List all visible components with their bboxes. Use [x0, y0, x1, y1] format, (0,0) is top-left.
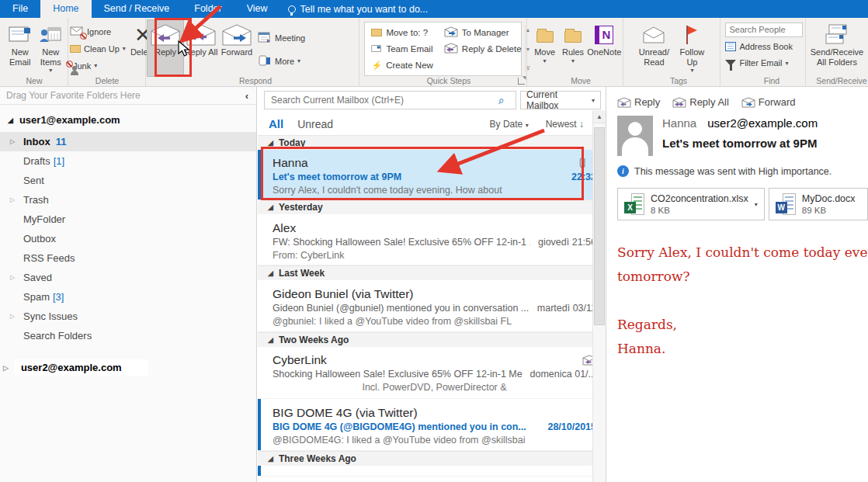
sidebar-item-spam[interactable]: Spam [3]	[0, 287, 256, 307]
sidebar-item-trash[interactable]: ▷ Trash	[0, 190, 256, 210]
quick-step-create-new[interactable]: ⚡ Create New	[371, 58, 432, 72]
tab-home[interactable]: Home	[40, 0, 91, 18]
dialog-launcher-icon[interactable]	[518, 78, 525, 85]
search-icon[interactable]: ⌕	[498, 94, 505, 107]
forward-button[interactable]: Forward	[219, 20, 255, 57]
sidebar-item-outbox[interactable]: Outbox	[0, 229, 256, 248]
email-row-cyberlink[interactable]: CyberLink Shocking Halloween Sale! Exclu…	[258, 347, 606, 399]
message-sender-address: user2@example.com	[704, 116, 821, 130]
favorites-drop-zone[interactable]: Drag Your Favorite Folders Here ‹	[0, 87, 256, 105]
account1-header[interactable]: ◢ user1@example.com	[0, 105, 256, 132]
sidebar-item-drafts[interactable]: Drafts [1]	[0, 151, 256, 171]
sidebar-item-rss-feeds[interactable]: RSS Feeds	[0, 248, 256, 268]
email-row-hanna[interactable]: Hanna ! Let's meet tomorrow at 9PM 22:32…	[258, 150, 606, 199]
quick-step-move-to[interactable]: Move to: ?	[371, 26, 432, 40]
group-header-label: Yesterday	[279, 202, 323, 213]
quick-step-reply-delete[interactable]: Reply & Delete	[444, 42, 522, 56]
follow-up-button[interactable]: Follow Up ▾	[674, 20, 710, 74]
group-header-two-weeks[interactable]: ◢ Two Weeks Ago	[258, 332, 606, 347]
sidebar-item-inbox[interactable]: ▷ Inbox 11	[0, 132, 256, 151]
email-subject: Let's meet tomorrow at 9PM	[273, 171, 564, 184]
email-sender: Gideon Buniel (via Twitter)	[273, 286, 414, 302]
dropdown-caret-icon: ▾	[543, 57, 547, 64]
folder-label: Outbox	[23, 233, 56, 244]
quick-step-to-manager[interactable]: To Manager	[444, 26, 522, 40]
move-button[interactable]: Move ▾	[530, 20, 558, 64]
meeting-icon	[258, 32, 272, 44]
scrollbar-thumb[interactable]	[594, 127, 605, 325]
search-people-input[interactable]	[725, 23, 803, 37]
list-scrollbar[interactable]: ▲	[592, 110, 606, 482]
attachment-card-xlsx[interactable]: X CO2concentration.xlsx 8 KB ▾	[617, 188, 765, 220]
sidebar-item-sync-issues[interactable]: ▷ Sync Issues	[0, 307, 256, 326]
search-row: ⌕ Current Mailbox ▾	[258, 87, 606, 113]
email-row-alex[interactable]: Alex FW: Shocking Halloween Sale! Exclus…	[258, 214, 606, 265]
more-button[interactable]: More ▾	[258, 53, 305, 69]
account2-header[interactable]: ▷ user2@example.com	[3, 359, 256, 376]
reply-all-button[interactable]: Reply All	[183, 20, 219, 57]
sidebar-item-search-folders[interactable]: Search Folders	[0, 326, 256, 345]
forward-link-label: Forward	[759, 96, 796, 108]
tab-send-receive[interactable]: Send / Receive	[92, 0, 182, 18]
sidebar-item-myfolder[interactable]: MyFolder	[0, 210, 256, 229]
attachment-size: 89 KB	[802, 205, 861, 216]
group-header-three-weeks[interactable]: ◢ Three Weeks Ago	[258, 451, 606, 466]
new-items-button[interactable]: New Items ▾	[36, 20, 67, 74]
onenote-button[interactable]: N OneNote	[587, 20, 621, 57]
filter-all-tab[interactable]: All	[269, 117, 283, 130]
email-preview: @BIGDOME4G: I liked a @YouTube video fro…	[273, 434, 596, 447]
email-time: martedì 03/11	[537, 302, 596, 315]
email-row-gideon[interactable]: Gideon Buniel (via Twitter) Gideon Bunie…	[258, 280, 606, 332]
email-time: giovedì 21:56	[538, 236, 596, 249]
unread-read-button[interactable]: Unread/ Read	[634, 20, 674, 67]
team-email-icon	[371, 44, 382, 54]
sort-by-label: By Date	[490, 119, 523, 130]
sort-by-dropdown[interactable]: By Date ▾	[490, 119, 529, 130]
attachment-card-docx[interactable]: W MyDoc.docx 89 KB	[769, 188, 868, 220]
email-preview: Sorry Alex, I couldn't come today evenin…	[273, 184, 596, 197]
scope-label: Current Mailbox	[526, 89, 585, 111]
reply-all-link[interactable]: Reply All	[672, 96, 729, 108]
attachment-dropdown-icon[interactable]: ▾	[755, 201, 758, 208]
group-header-today[interactable]: ◢ Today	[258, 135, 606, 150]
reply-button[interactable]: Reply	[148, 20, 183, 76]
search-mailbox-input[interactable]	[264, 91, 516, 109]
create-new-icon: ⚡	[371, 61, 382, 71]
forward-link[interactable]: Forward	[741, 96, 796, 108]
scroll-up-icon[interactable]: ▲	[593, 110, 606, 123]
filter-unread-tab[interactable]: Unread	[297, 118, 333, 130]
tell-me-box[interactable]: Tell me what you want to do...	[280, 0, 436, 18]
send-receive-button[interactable]: Send/Receive All Folders	[807, 20, 866, 67]
quick-step-team-email[interactable]: Team Email	[371, 42, 432, 56]
sidebar-item-saved[interactable]: ▷ Saved	[0, 268, 256, 287]
email-row-partial[interactable]	[258, 466, 606, 477]
tab-file[interactable]: File	[0, 0, 40, 18]
sidebar-item-sent[interactable]: Sent	[0, 171, 256, 190]
rules-button[interactable]: Rules ▾	[559, 20, 587, 64]
filter-email-button[interactable]: Filter Email ▾	[725, 55, 804, 71]
reply-label: Reply	[155, 47, 176, 57]
junk-button[interactable]: Junk ▾	[70, 57, 126, 74]
new-email-button[interactable]: New Email	[5, 20, 36, 67]
tab-folder[interactable]: Folder	[182, 0, 234, 18]
dropdown-caret-icon: ▾	[297, 57, 300, 64]
reply-link[interactable]: Reply	[617, 96, 660, 108]
tab-view[interactable]: View	[234, 0, 280, 18]
sort-order-toggle[interactable]: Newest ↓	[546, 119, 584, 130]
folder-pane: Drag Your Favorite Folders Here ‹ ◢ user…	[0, 87, 257, 482]
email-row-big-dome[interactable]: BIG DOME 4G (via Twitter) BIG DOME 4G (@…	[258, 399, 606, 451]
outlook-window: File Home Send / Receive Folder View Tel…	[0, 0, 868, 482]
clean-up-button[interactable]: Clean Up ▾	[70, 40, 126, 57]
group-header-last-week[interactable]: ◢ Last Week	[258, 265, 606, 280]
favorites-hint-label: Drag Your Favorite Folders Here	[6, 90, 141, 101]
dropdown-caret-icon: ▾	[49, 67, 52, 74]
meeting-button[interactable]: Meeting	[258, 29, 305, 46]
collapse-triangle-icon: ◢	[268, 139, 273, 147]
address-book-button[interactable]: Address Book	[725, 39, 804, 55]
mailbox-scope-dropdown[interactable]: Current Mailbox ▾	[520, 91, 601, 109]
group-header-yesterday[interactable]: ◢ Yesterday	[258, 199, 606, 214]
ignore-button[interactable]: Ignore	[70, 23, 126, 40]
collapse-pane-icon[interactable]: ‹	[245, 90, 248, 102]
email-time: domenica 01/...	[530, 368, 596, 381]
account2-label: user2@example.com	[15, 359, 148, 376]
